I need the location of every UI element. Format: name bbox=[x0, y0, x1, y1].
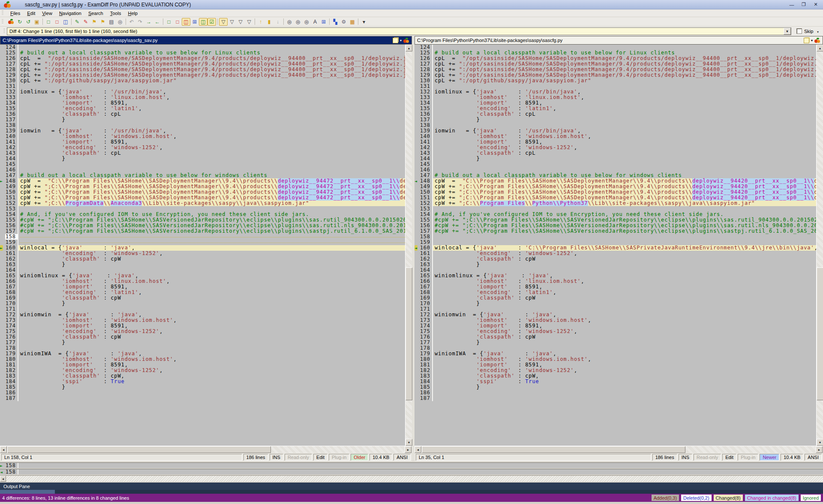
code-line[interactable]: 149cpW += ";C:\\Program Files\\SASHome\\… bbox=[415, 184, 816, 189]
code-line[interactable]: 174 'iomport' : 8591, bbox=[415, 323, 816, 329]
code-line[interactable]: 124 bbox=[0, 45, 405, 50]
show-inline-diffs-icon[interactable]: ☑ bbox=[207, 18, 216, 26]
status-cell-plugin-toggle[interactable]: Plug-in bbox=[329, 454, 349, 461]
recompare-icon[interactable]: ↻ bbox=[15, 18, 24, 26]
right-vertical-scrollbar[interactable]: ▲ ▼ bbox=[816, 45, 823, 446]
code-line[interactable]: 182 'encoding' : 'windows-1252', bbox=[0, 368, 405, 373]
theme-icon[interactable]: ▦ bbox=[348, 18, 357, 26]
code-line[interactable]: 165winiomlinux = {'java' : 'java', bbox=[415, 273, 816, 279]
code-line[interactable]: 129cpL += ":/opt/sasinside/SASHome/SASDe… bbox=[415, 72, 816, 78]
code-line[interactable]: 166 'iomhost' : 'linux.iom.host', bbox=[415, 279, 816, 284]
scroll-right-icon[interactable]: ► bbox=[405, 446, 412, 453]
sort-icon[interactable]: A bbox=[311, 18, 319, 26]
redo-icon[interactable]: ↷ bbox=[136, 18, 144, 26]
code-line[interactable]: 170 } bbox=[0, 301, 405, 306]
view-changed-lines-icon[interactable]: ◫ bbox=[182, 18, 190, 26]
code-line[interactable]: 139iomwin = {'java' : '/usr/bin/java', bbox=[0, 128, 405, 134]
find-icon[interactable]: ◎ bbox=[285, 18, 294, 26]
code-line[interactable]: 135 'encoding' : 'latin1', bbox=[415, 106, 816, 111]
code-line[interactable]: 169 'classpath' : cpW bbox=[415, 295, 816, 301]
code-line[interactable]: 176 'classpath' : cpW bbox=[0, 334, 405, 340]
scroll-right-icon[interactable]: ► bbox=[816, 446, 823, 453]
code-line[interactable]: 132iomlinux = {'java' : '/usr/bin/java', bbox=[0, 89, 405, 95]
code-line[interactable]: 132iomlinux = {'java' : '/usr/bin/java', bbox=[415, 89, 816, 95]
compare-files-icon[interactable] bbox=[7, 18, 15, 26]
status-cell-insert-mode[interactable]: INS bbox=[270, 454, 283, 461]
output-pane-tab[interactable] bbox=[0, 490, 55, 494]
code-line[interactable]: 178 bbox=[415, 345, 816, 351]
code-line[interactable]: 157#cpW += ";C:\\Program Files\\SASHome\… bbox=[0, 228, 405, 234]
inspector-scrollbar[interactable]: ◄ bbox=[0, 475, 823, 482]
code-line[interactable]: ►160winlocal = {'java' : 'java', bbox=[0, 245, 405, 251]
code-line[interactable]: 176 'classpath' : cpW bbox=[415, 334, 816, 340]
code-line[interactable]: 172winiomwin = {'java' : 'java', bbox=[0, 312, 405, 318]
examdiff-icon[interactable] bbox=[814, 38, 820, 43]
save-first-file-icon[interactable]: ⚑ bbox=[90, 18, 99, 26]
right-code-pane[interactable]: 124125# build out a local classpath vari… bbox=[415, 45, 816, 446]
code-line[interactable]: ◄160winlocal = {'java' : 'C:\\Program Fi… bbox=[415, 245, 816, 251]
left-file-header[interactable]: C:\Program Files\Python\Python37\Lib\sit… bbox=[0, 36, 412, 45]
code-line[interactable]: 180 'iomhost' : 'windows.iom.host', bbox=[0, 357, 405, 362]
copy-block-right-icon[interactable]: → bbox=[144, 18, 153, 26]
code-line[interactable]: 125# build out a local classpath variabl… bbox=[415, 50, 816, 56]
code-line[interactable]: 140 'iomhost' : 'windows.iom.host', bbox=[0, 134, 405, 139]
print-icon[interactable]: ▤ bbox=[107, 18, 116, 26]
code-line[interactable]: 130cpL += ":/opt/github/saspy/java/saspy… bbox=[415, 78, 816, 84]
code-line[interactable]: 128cpL += ":/opt/sasinside/SASHome/SASDe… bbox=[415, 67, 816, 72]
code-line[interactable]: 184 'sspi' : True bbox=[415, 379, 816, 384]
synchronize-scroll-icon[interactable]: ◫ bbox=[199, 18, 207, 26]
copy-path-icon[interactable] bbox=[393, 38, 398, 43]
code-line[interactable]: 186 bbox=[0, 390, 405, 396]
header-dropdown-icon[interactable]: ▾ bbox=[811, 39, 813, 42]
code-line[interactable]: 133 'iomhost' : 'linux.iom.host', bbox=[0, 95, 405, 100]
code-line[interactable]: 180 'iomhost' : 'windows.iom.host', bbox=[415, 357, 816, 362]
maximize-button[interactable]: ❐ bbox=[798, 1, 809, 8]
code-line[interactable]: 156#cpW += ";C:\\Program Files\\SASHome\… bbox=[415, 223, 816, 228]
code-line[interactable]: 136 'classpath' : cpL bbox=[0, 111, 405, 117]
code-line[interactable]: 174 'iomport' : 8591, bbox=[0, 323, 405, 329]
code-line[interactable]: 166 'iomhost' : 'linux.iom.host', bbox=[0, 279, 405, 284]
code-line[interactable]: 147# build out a local classpath variabl… bbox=[415, 173, 816, 178]
scrollbar-thumb[interactable] bbox=[405, 267, 412, 400]
code-line[interactable]: 145 bbox=[0, 162, 405, 167]
code-line[interactable]: 162 'classpath' : cpW bbox=[415, 256, 816, 262]
scrollbar-thumb[interactable] bbox=[817, 267, 823, 400]
search-icon[interactable]: ◎ bbox=[116, 18, 124, 26]
previous-diff-icon[interactable]: ↑ bbox=[256, 18, 265, 26]
menu-item-edit[interactable]: Edit bbox=[24, 10, 39, 16]
code-line[interactable]: 144 } bbox=[0, 156, 405, 162]
code-line[interactable]: 139iomwin = {'java' : '/usr/bin/java', bbox=[415, 128, 816, 134]
right-file-header[interactable]: C:\Program Files\Python\Python37\Lib\sit… bbox=[415, 36, 823, 45]
code-line[interactable]: 150cpW += ";C:\\Program Files\\SASHome\\… bbox=[415, 189, 816, 195]
code-line[interactable]: 136 'classpath' : cpL bbox=[415, 111, 816, 117]
code-line[interactable]: 164 bbox=[415, 267, 816, 273]
code-line[interactable]: 161 'encoding' : 'windows-1252', bbox=[0, 251, 405, 256]
code-line[interactable]: 161 'encoding' : 'windows-1252', bbox=[415, 251, 816, 256]
copy-path-icon[interactable] bbox=[804, 38, 809, 43]
view-identical-lines-icon[interactable]: □ bbox=[165, 18, 173, 26]
code-line[interactable]: 183 'classpath' : cpW, bbox=[415, 373, 816, 379]
code-line[interactable]: 149cpW += ";C:\\Program Files\\SASHome\\… bbox=[0, 184, 405, 189]
code-line[interactable]: 171 bbox=[0, 306, 405, 312]
code-line[interactable]: 168 'encoding' : 'latin1', bbox=[0, 290, 405, 295]
code-line[interactable]: 159 bbox=[415, 240, 816, 245]
code-line[interactable]: 164 bbox=[0, 267, 405, 273]
code-line[interactable]: 181 'iomport' : 8591, bbox=[415, 362, 816, 368]
show-both-files-icon[interactable]: ◫ bbox=[61, 18, 70, 26]
close-button[interactable]: ✕ bbox=[810, 1, 821, 8]
code-line[interactable]: 165winiomlinux = {'java' : 'java', bbox=[0, 273, 405, 279]
next-diff-icon[interactable]: ↓ bbox=[273, 18, 282, 26]
combo-dropdown-icon[interactable]: ▼ bbox=[784, 28, 791, 35]
code-line[interactable]: 187 bbox=[415, 396, 816, 401]
scrollbar-thumb[interactable] bbox=[422, 446, 685, 453]
code-line[interactable]: 183 'classpath' : cpW, bbox=[0, 373, 405, 379]
code-line[interactable]: 129cpL += ":/opt/sasinside/SASHome/SASDe… bbox=[0, 72, 405, 78]
scrollbar-thumb[interactable] bbox=[7, 446, 271, 453]
code-line[interactable]: 145 bbox=[415, 162, 816, 167]
examdiff-icon[interactable] bbox=[403, 38, 409, 43]
header-dropdown-icon[interactable]: ▾ bbox=[400, 39, 402, 42]
code-line[interactable]: 187 bbox=[0, 396, 405, 401]
left-vertical-scrollbar[interactable]: ▲ ▼ bbox=[405, 45, 412, 446]
code-line[interactable]: 131 bbox=[415, 84, 816, 89]
code-line[interactable]: 162 'classpath' : cpW bbox=[0, 256, 405, 262]
